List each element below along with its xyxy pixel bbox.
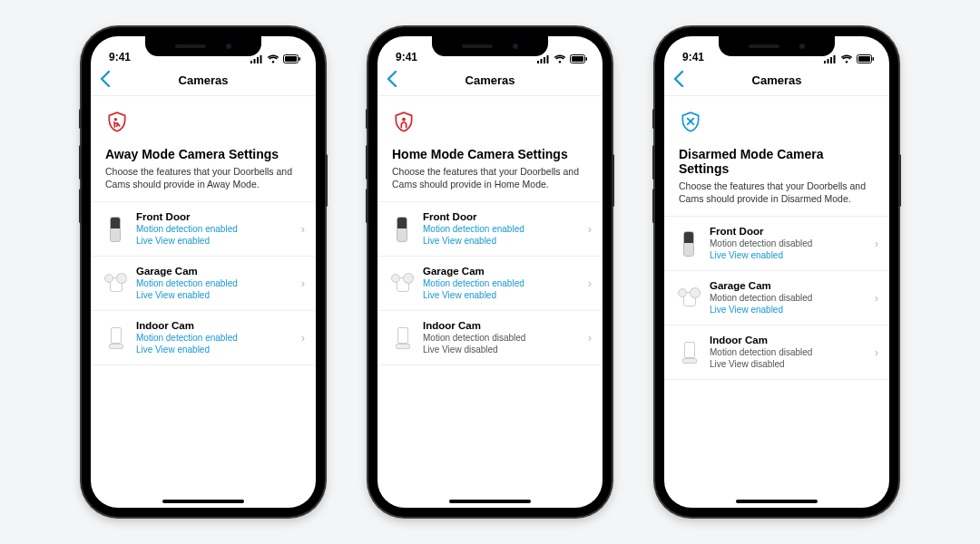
device-row-front-door[interactable]: Front Door Motion detection enabled Live… bbox=[377, 202, 603, 257]
device-name: Front Door bbox=[136, 211, 296, 222]
chevron-left-icon bbox=[387, 71, 397, 87]
device-liveview-status: Live View disabled bbox=[710, 358, 869, 370]
device-list: Front Door Motion detection enabled Live… bbox=[377, 201, 603, 365]
chevron-right-icon: › bbox=[296, 277, 305, 290]
status-icons bbox=[824, 54, 875, 63]
chevron-right-icon: › bbox=[583, 331, 592, 345]
device-liveview-status: Live View enabled bbox=[136, 344, 296, 355]
device-thumbnail bbox=[390, 268, 414, 299]
cellular-icon bbox=[824, 54, 837, 63]
device-row-garage-cam[interactable]: Garage Cam Motion detection enabled Live… bbox=[377, 257, 603, 311]
away-mode-icon bbox=[105, 111, 129, 134]
device-row-garage-cam[interactable]: Garage Cam Motion detection enabled Live… bbox=[91, 257, 316, 311]
chevron-right-icon: › bbox=[869, 345, 878, 359]
svg-rect-9 bbox=[541, 59, 543, 63]
svg-rect-21 bbox=[858, 56, 870, 62]
mode-description: Choose the features that your Doorbells … bbox=[105, 165, 301, 190]
svg-rect-5 bbox=[285, 56, 297, 62]
device-liveview-status: Live View enabled bbox=[136, 289, 296, 301]
page-title: Cameras bbox=[179, 73, 229, 87]
screen: 9:41 Cameras Disarmed Mode Camera Settin… bbox=[664, 36, 889, 508]
device-name: Front Door bbox=[423, 211, 583, 222]
device-row-indoor-cam[interactable]: Indoor Cam Motion detection disabled Liv… bbox=[664, 325, 889, 380]
device-thumbnail bbox=[677, 228, 701, 259]
device-row-indoor-cam[interactable]: Indoor Cam Motion detection disabled Liv… bbox=[377, 311, 603, 365]
device-liveview-status: Live View disabled bbox=[423, 344, 583, 355]
mode-header: Disarmed Mode Camera Settings Choose the… bbox=[664, 96, 889, 216]
screen: 9:41 Cameras Home Mode Camera Settings C… bbox=[377, 36, 603, 508]
phone-frame: 9:41 Cameras Home Mode Camera Settings C… bbox=[368, 27, 612, 517]
chevron-right-icon: › bbox=[296, 331, 305, 345]
device-row-indoor-cam[interactable]: Indoor Cam Motion detection enabled Live… bbox=[91, 311, 316, 365]
svg-rect-8 bbox=[537, 61, 539, 63]
mode-title: Home Mode Camera Settings bbox=[392, 147, 588, 161]
device-name: Front Door bbox=[710, 226, 869, 237]
device-liveview-status: Live View enabled bbox=[423, 289, 583, 301]
device-motion-status: Motion detection disabled bbox=[423, 332, 583, 344]
svg-rect-3 bbox=[260, 55, 262, 63]
device-name: Garage Cam bbox=[710, 280, 869, 291]
device-motion-status: Motion detection disabled bbox=[710, 238, 869, 249]
status-time: 9:41 bbox=[682, 51, 704, 63]
device-row-garage-cam[interactable]: Garage Cam Motion detection disabled Liv… bbox=[664, 271, 889, 325]
device-motion-status: Motion detection enabled bbox=[423, 223, 583, 235]
device-row-front-door[interactable]: Front Door Motion detection disabled Liv… bbox=[664, 217, 889, 271]
chevron-left-icon bbox=[100, 71, 111, 87]
device-list: Front Door Motion detection enabled Live… bbox=[91, 201, 316, 365]
back-button[interactable] bbox=[387, 71, 397, 91]
phone-frame: 9:41 Cameras Away Mode Camera Settings C… bbox=[82, 27, 325, 517]
svg-rect-18 bbox=[830, 57, 832, 63]
svg-rect-11 bbox=[547, 55, 549, 63]
svg-rect-2 bbox=[257, 57, 259, 63]
battery-icon bbox=[283, 54, 301, 63]
chevron-right-icon: › bbox=[296, 222, 305, 236]
svg-rect-14 bbox=[586, 57, 588, 61]
home-mode-icon bbox=[392, 111, 416, 134]
device-name: Indoor Cam bbox=[423, 320, 583, 331]
svg-rect-1 bbox=[254, 59, 256, 63]
cellular-icon bbox=[537, 54, 550, 63]
back-button[interactable] bbox=[673, 71, 684, 91]
notch bbox=[432, 36, 548, 56]
home-indicator[interactable] bbox=[449, 500, 531, 503]
device-liveview-status: Live View enabled bbox=[710, 249, 869, 261]
mode-header: Away Mode Camera Settings Choose the fea… bbox=[91, 96, 316, 201]
device-thumbnail bbox=[103, 268, 127, 299]
device-thumbnail bbox=[677, 283, 701, 314]
svg-rect-0 bbox=[250, 61, 252, 63]
device-motion-status: Motion detection enabled bbox=[136, 277, 296, 289]
device-thumbnail bbox=[390, 214, 414, 245]
chevron-right-icon: › bbox=[583, 222, 592, 236]
nav-bar: Cameras bbox=[91, 65, 316, 96]
page-title: Cameras bbox=[466, 73, 515, 87]
nav-bar: Cameras bbox=[664, 65, 889, 96]
wifi-icon bbox=[554, 54, 566, 63]
device-thumbnail bbox=[103, 214, 127, 245]
wifi-icon bbox=[840, 54, 853, 63]
device-row-front-door[interactable]: Front Door Motion detection enabled Live… bbox=[91, 202, 316, 257]
device-liveview-status: Live View enabled bbox=[710, 304, 869, 316]
device-name: Indoor Cam bbox=[136, 320, 296, 331]
device-motion-status: Motion detection enabled bbox=[136, 223, 296, 235]
nav-bar: Cameras bbox=[377, 65, 603, 96]
status-icons bbox=[537, 54, 588, 63]
home-indicator[interactable] bbox=[162, 500, 244, 503]
svg-rect-13 bbox=[572, 56, 583, 62]
device-thumbnail bbox=[677, 337, 701, 368]
device-name: Garage Cam bbox=[136, 266, 296, 277]
chevron-right-icon: › bbox=[869, 237, 878, 250]
svg-rect-22 bbox=[873, 57, 875, 61]
status-icons bbox=[250, 54, 301, 63]
back-button[interactable] bbox=[100, 71, 111, 91]
device-list: Front Door Motion detection disabled Liv… bbox=[664, 216, 889, 380]
svg-rect-10 bbox=[544, 57, 545, 63]
battery-icon bbox=[570, 54, 588, 63]
device-thumbnail bbox=[390, 323, 414, 354]
notch bbox=[145, 36, 261, 56]
disarmed-mode-icon bbox=[679, 111, 702, 134]
svg-point-7 bbox=[114, 118, 117, 121]
svg-point-15 bbox=[402, 118, 406, 121]
mode-description: Choose the features that your Doorbells … bbox=[679, 180, 875, 205]
mode-title: Away Mode Camera Settings bbox=[105, 147, 301, 161]
home-indicator[interactable] bbox=[736, 500, 818, 503]
